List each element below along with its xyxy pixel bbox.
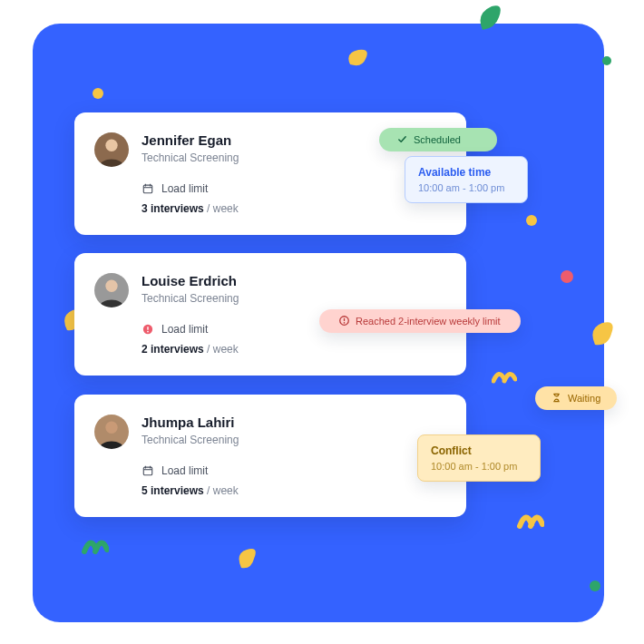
svg-point-2: [526, 215, 537, 226]
popover-title: Conflict: [431, 444, 527, 457]
svg-point-0: [602, 56, 611, 65]
calendar-icon: [141, 182, 154, 195]
svg-rect-5: [143, 185, 151, 193]
popover-title: Available time: [418, 166, 514, 179]
interviews-per-week: 2 interviews / week: [141, 343, 444, 356]
status-badge-scheduled: Scheduled: [379, 128, 497, 151]
badge-label: Scheduled: [414, 134, 461, 145]
confetti-dot: [93, 88, 103, 99]
avatar: [94, 132, 129, 167]
svg-rect-12: [143, 467, 151, 475]
svg-point-11: [147, 331, 149, 333]
popover-available-time: Available time 10:00 am - 1:00 pm: [405, 156, 528, 203]
interviewer-role: Technical Screening: [141, 151, 444, 164]
load-limit-label: Load limit: [161, 323, 208, 336]
confetti-stripes: [517, 508, 544, 530]
alert-icon: [339, 316, 350, 327]
svg-point-3: [561, 270, 573, 283]
popover-time: 10:00 am - 1:00 pm: [431, 461, 527, 472]
calendar-icon: [141, 464, 154, 477]
svg-point-4: [590, 581, 600, 591]
interviewer-role: Technical Screening: [141, 292, 444, 305]
confetti-dot: [602, 56, 611, 65]
svg-rect-10: [147, 327, 148, 330]
interviewer-name: Jhumpa Lahiri: [141, 415, 444, 430]
confetti-dot: [590, 581, 600, 591]
svg-rect-17: [344, 318, 345, 321]
confetti-blob: [347, 48, 369, 68]
status-badge-waiting: Waiting: [535, 386, 617, 410]
confetti-stripes: [82, 533, 109, 555]
confetti-stripes: [492, 366, 517, 385]
confetti-blob: [238, 548, 258, 571]
confetti-dot: [561, 270, 573, 283]
popover-time: 10:00 am - 1:00 pm: [418, 182, 514, 193]
interviews-per-week: 5 interviews / week: [141, 484, 444, 497]
avatar: [94, 415, 129, 449]
load-limit-label: Load limit: [161, 182, 208, 195]
status-badge-limit: Reached 2-interview weekly limit: [319, 309, 521, 333]
avatar: [94, 273, 129, 307]
svg-point-1: [93, 88, 103, 99]
interviews-per-week: 3 interviews / week: [141, 202, 444, 215]
check-icon: [397, 134, 408, 145]
popover-conflict: Conflict 10:00 am - 1:00 pm: [417, 434, 541, 482]
hourglass-icon: [551, 393, 562, 404]
svg-point-18: [344, 322, 346, 324]
confetti-blob: [591, 321, 615, 348]
warning-icon: [141, 323, 154, 336]
interviewer-name: Louise Erdrich: [141, 273, 444, 288]
interviewer-role: Technical Screening: [141, 434, 444, 446]
interviewer-card[interactable]: Jhumpa Lahiri Technical Screening Load l…: [74, 395, 466, 517]
confetti-dot: [526, 215, 537, 226]
load-limit-label: Load limit: [161, 464, 208, 477]
confetti-blob: [479, 5, 503, 34]
badge-label: Waiting: [568, 393, 600, 404]
badge-label: Reached 2-interview weekly limit: [356, 316, 501, 327]
